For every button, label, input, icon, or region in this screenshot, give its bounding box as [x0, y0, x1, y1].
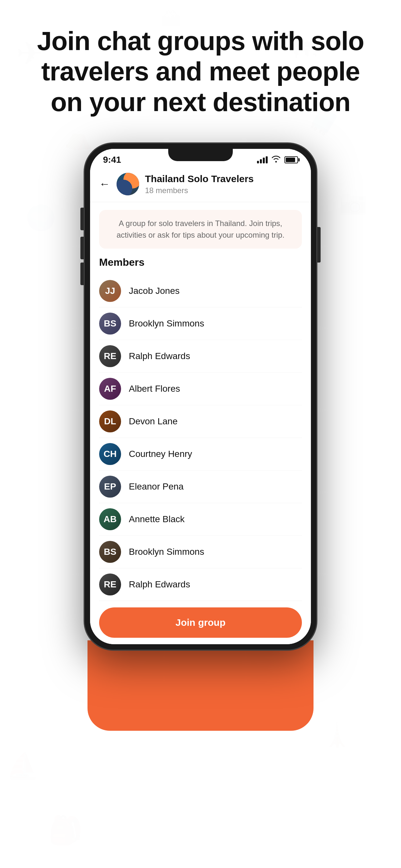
member-avatar: CH — [99, 443, 121, 465]
wifi-icon — [272, 155, 281, 164]
member-item[interactable]: ABAnnette Black — [99, 503, 302, 536]
svg-text:🌍: 🌍 — [26, 204, 56, 232]
member-name: Jacob Jones — [129, 286, 180, 296]
member-avatar: AB — [99, 508, 121, 530]
svg-text:📷: 📷 — [339, 189, 367, 216]
member-avatar: EP — [99, 476, 121, 498]
page-content: ✈ 🗺 ⛺ 🧳 🌍 📷 ⛵ 🗼 🏔 🎒 Join chat groups wit… — [0, 0, 401, 731]
member-name: Devon Lane — [129, 416, 178, 427]
member-name: Brooklyn Simmons — [129, 547, 204, 557]
member-item[interactable]: JJJacob Jones — [99, 275, 302, 307]
join-button-bar: Join group — [90, 601, 311, 644]
status-bar: 9:41 — [90, 149, 311, 167]
members-list: JJJacob JonesBSBrooklyn SimmonsRERalph E… — [99, 275, 302, 601]
svg-text:🎒: 🎒 — [49, 814, 83, 847]
phone-inner: 9:41 — [90, 149, 311, 644]
chat-header: ← Thailand Solo Travelers 18 members — [90, 167, 311, 202]
member-name: Eleanor Pena — [129, 482, 184, 492]
status-time: 9:41 — [103, 155, 121, 165]
member-item[interactable]: CHCourtney Henry — [99, 438, 302, 470]
member-name: Annette Black — [129, 514, 185, 524]
members-title: Members — [99, 256, 302, 268]
phone-mockup: 9:41 — [78, 143, 323, 731]
member-avatar: DL — [99, 410, 121, 432]
member-item[interactable]: DLDevon Lane — [99, 405, 302, 438]
member-avatar: RE — [99, 345, 121, 367]
orange-accent — [88, 640, 313, 731]
description-bubble: A group for solo travelers in Thailand. … — [99, 210, 302, 249]
member-avatar: AF — [99, 378, 121, 400]
back-button[interactable]: ← — [99, 178, 110, 190]
member-avatar: BS — [99, 541, 121, 563]
member-name: Albert Flores — [129, 383, 180, 394]
members-section: Members JJJacob JonesBSBrooklyn SimmonsR… — [90, 256, 311, 601]
status-icons — [257, 155, 298, 164]
member-name: Brooklyn Simmons — [129, 318, 204, 329]
member-name: Courtney Henry — [129, 449, 192, 459]
member-item[interactable]: BSBrooklyn Simmons — [99, 307, 302, 340]
member-item[interactable]: RERalph Edwards — [99, 340, 302, 373]
member-avatar: JJ — [99, 280, 121, 302]
group-avatar — [117, 173, 139, 195]
notch — [168, 149, 233, 161]
member-item[interactable]: RERalph Edwards — [99, 568, 302, 601]
phone-outer: 9:41 — [84, 143, 317, 650]
svg-text:⛵: ⛵ — [6, 751, 39, 781]
page-headline: Join chat groups with solo travelers and… — [0, 26, 401, 117]
member-name: Ralph Edwards — [129, 579, 190, 590]
group-info: Thailand Solo Travelers 18 members — [145, 173, 302, 195]
svg-text:🗼: 🗼 — [323, 722, 351, 748]
member-avatar: RE — [99, 574, 121, 595]
signal-icon — [257, 156, 268, 163]
group-name: Thailand Solo Travelers — [145, 173, 302, 185]
battery-icon — [284, 156, 298, 163]
member-avatar: BS — [99, 313, 121, 335]
group-members-count: 18 members — [145, 186, 302, 195]
member-item[interactable]: EPEleanor Pena — [99, 470, 302, 503]
description-text: A group for solo travelers in Thailand. … — [109, 218, 292, 241]
member-item[interactable]: AFAlbert Flores — [99, 373, 302, 405]
join-group-button[interactable]: Join group — [99, 608, 302, 638]
member-item[interactable]: BSBrooklyn Simmons — [99, 536, 302, 568]
member-name: Ralph Edwards — [129, 351, 190, 361]
